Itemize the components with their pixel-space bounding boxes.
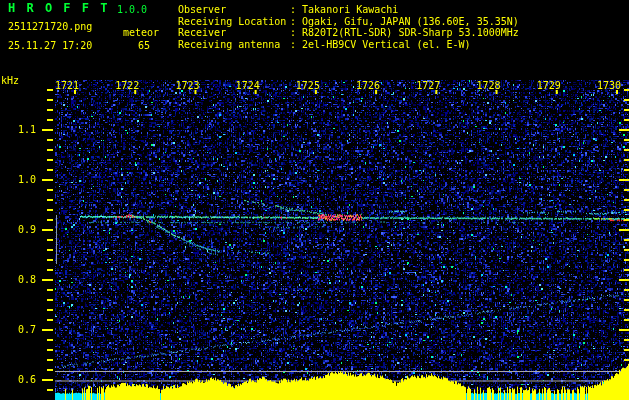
station-info-separator: : <box>290 27 302 38</box>
freq-tick-label: 0.7 <box>6 325 36 335</box>
station-info-separator: : <box>290 4 302 15</box>
station-info-label: Receiving antenna <box>178 40 290 50</box>
freq-tick-label: 0.6 <box>6 375 36 385</box>
time-tick-label: 1730 <box>589 81 629 91</box>
station-info-separator: : <box>290 39 302 50</box>
station-info-row: Receiving Location: Ogaki, Gifu, JAPAN (… <box>178 17 519 27</box>
freq-tick-label: 1.1 <box>6 125 36 135</box>
time-tick-label: 1728 <box>469 81 509 91</box>
time-tick-label: 1725 <box>288 81 328 91</box>
time-tick-label: 1723 <box>167 81 207 91</box>
freq-tick-label: 0.9 <box>6 225 36 235</box>
station-info-row: Receiving antenna: 2el-HB9CV Vertical (e… <box>178 40 471 50</box>
freq-tick-label: 0.8 <box>6 275 36 285</box>
time-tick-label: 1729 <box>529 81 569 91</box>
time-tick-label: 1724 <box>228 81 268 91</box>
echo-count: 65 <box>138 41 150 51</box>
capture-mode: meteor <box>123 28 159 38</box>
station-info-label: Receiver <box>178 28 290 38</box>
app-version: 1.0.0 <box>117 5 147 15</box>
station-info-value: Takanori Kawachi <box>302 4 398 15</box>
station-info-label: Observer <box>178 5 290 15</box>
time-tick-label: 1726 <box>348 81 388 91</box>
capture-filename: 2511271720.png <box>8 22 92 32</box>
capture-datetime: 25.11.27 17:20 <box>8 41 92 51</box>
time-tick-label: 1727 <box>408 81 448 91</box>
freq-tick-label: 1.0 <box>6 175 36 185</box>
station-info-row: Observer: Takanori Kawachi <box>178 5 398 15</box>
station-info-separator: : <box>290 16 302 27</box>
station-info-label: Receiving Location <box>178 17 290 27</box>
time-tick-label: 1721 <box>47 81 87 91</box>
station-info-value: Ogaki, Gifu, JAPAN (136.60E, 35.35N) <box>302 16 519 27</box>
app-title: H R O F F T <box>8 3 109 13</box>
spectrogram-canvas <box>0 0 629 400</box>
station-info-value: R820T2(RTL-SDR) SDR-Sharp 53.1000MHz <box>302 27 519 38</box>
time-tick-label: 1722 <box>107 81 147 91</box>
station-info-value: 2el-HB9CV Vertical (el. E-W) <box>302 39 471 50</box>
station-info-row: Receiver: R820T2(RTL-SDR) SDR-Sharp 53.1… <box>178 28 519 38</box>
freq-axis-unit-label: kHz <box>1 76 19 86</box>
hrofft-screen: H R O F F T 1.0.0 2511271720.png meteor … <box>0 0 629 400</box>
